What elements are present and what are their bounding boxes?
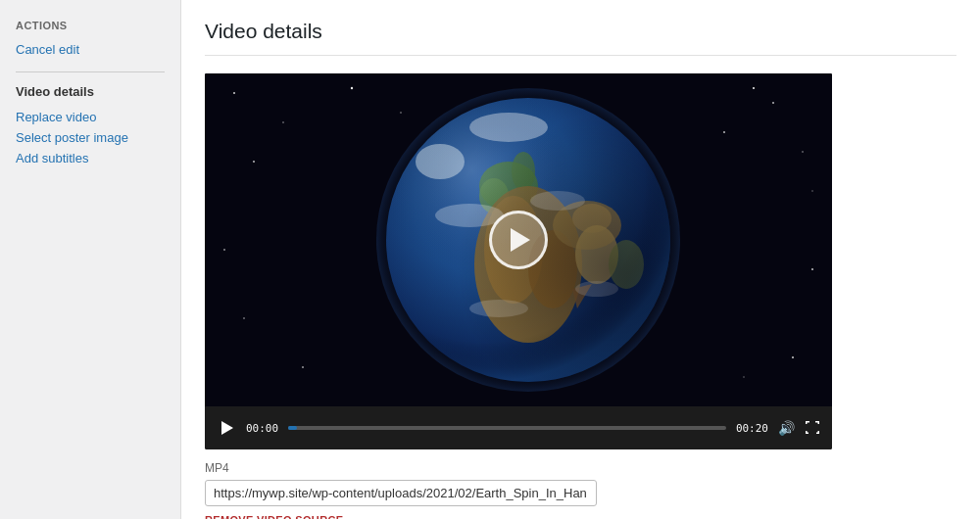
video-controls-bar: 00:00 00:20 🔊 — [205, 406, 832, 449]
play-triangle-icon — [511, 228, 530, 252]
volume-icon: 🔊 — [778, 420, 795, 436]
svg-point-12 — [243, 317, 245, 319]
select-poster-link[interactable]: Select poster image — [16, 127, 165, 148]
replace-video-link[interactable]: Replace video — [16, 107, 165, 127]
play-pause-button[interactable] — [217, 418, 236, 438]
svg-point-10 — [723, 131, 725, 133]
fullscreen-icon — [805, 420, 820, 436]
main-content: Video details — [181, 0, 980, 519]
cancel-edit-link[interactable]: Cancel edit — [16, 39, 165, 60]
sidebar: Actions Cancel edit Video details Replac… — [0, 0, 181, 519]
svg-point-16 — [811, 268, 813, 270]
sidebar-divider — [16, 71, 165, 72]
svg-point-2 — [282, 121, 284, 123]
video-container: 00:00 00:20 🔊 — [205, 73, 832, 449]
svg-point-14 — [743, 376, 744, 377]
current-time: 00:00 — [246, 422, 278, 435]
actions-section-title: Actions — [16, 20, 165, 31]
svg-point-6 — [772, 102, 774, 104]
progress-fill — [288, 426, 297, 430]
svg-point-9 — [811, 190, 812, 191]
video-meta: MP4 Remove video source — [205, 461, 956, 519]
add-subtitles-link[interactable]: Add subtitles — [16, 148, 165, 168]
volume-button[interactable]: 🔊 — [778, 420, 795, 436]
fullscreen-button[interactable] — [805, 420, 820, 436]
video-details-section-title: Video details — [16, 84, 165, 99]
play-icon — [221, 421, 233, 435]
play-button-overlay[interactable] — [489, 211, 548, 269]
total-time: 00:20 — [736, 422, 768, 435]
page-title: Video details — [205, 20, 956, 56]
svg-point-1 — [233, 92, 235, 94]
svg-point-7 — [802, 151, 804, 153]
progress-bar[interactable] — [288, 426, 726, 430]
svg-point-3 — [351, 87, 353, 89]
svg-point-13 — [792, 356, 794, 358]
svg-point-15 — [223, 249, 225, 251]
svg-point-8 — [753, 87, 755, 89]
video-url-input[interactable] — [205, 480, 597, 506]
video-thumbnail[interactable] — [205, 73, 832, 406]
remove-video-source-link[interactable]: Remove video source — [205, 514, 343, 519]
svg-point-11 — [302, 366, 304, 368]
video-format-label: MP4 — [205, 461, 956, 475]
svg-point-4 — [400, 112, 401, 113]
svg-point-5 — [253, 161, 255, 163]
